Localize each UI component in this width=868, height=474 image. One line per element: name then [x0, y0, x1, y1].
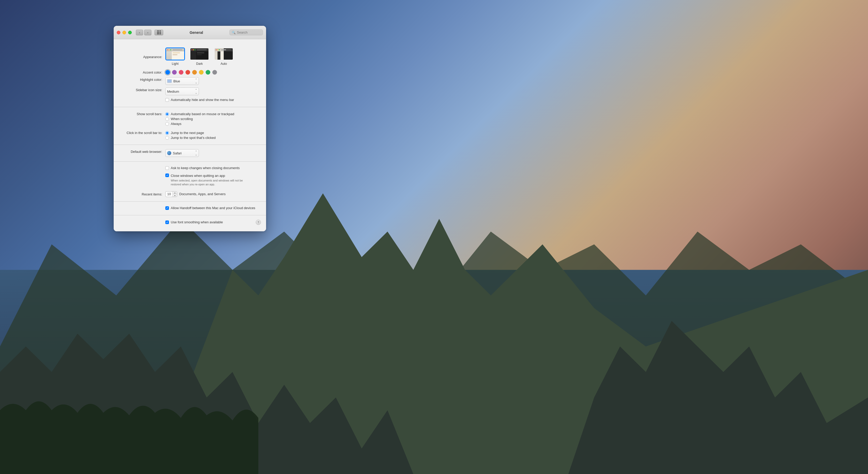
traffic-lights	[117, 31, 132, 34]
thumb-bar	[173, 49, 182, 50]
scroll-auto-option[interactable]: Automatically based on mouse or trackpad	[165, 111, 234, 116]
search-input[interactable]	[237, 30, 261, 34]
scroll-auto-label: Automatically based on mouse or trackpad	[171, 112, 234, 116]
all-prefs-button[interactable]	[154, 30, 163, 35]
thumb-bar2d	[197, 54, 202, 55]
ask-keep-label: Ask to keep changes when closing documen…	[171, 166, 240, 170]
accent-blue[interactable]	[165, 70, 170, 75]
close-windows-spacer	[119, 173, 165, 174]
scroll-scrolling-label: When scrolling	[171, 117, 193, 121]
sidebar-icon-size-row: Sidebar icon size: Medium ⌃⌄	[114, 86, 266, 97]
scroll-auto-radio[interactable]	[165, 112, 169, 116]
click-spot-label: Jump to the spot that's clicked	[171, 136, 216, 140]
click-spot-radio[interactable]	[165, 136, 169, 140]
maximize-button[interactable]	[128, 31, 132, 34]
close-windows-checkbox-wrap[interactable]: Close windows when quitting an app When …	[165, 173, 253, 187]
click-next-page-option[interactable]: Jump to the next page	[165, 130, 204, 135]
window-title: General	[165, 30, 227, 35]
help-button[interactable]: ?	[256, 220, 261, 225]
close-button[interactable]	[117, 31, 120, 34]
scroll-always-radio[interactable]	[165, 122, 169, 126]
font-smoothing-checkbox-wrap[interactable]: Use font smoothing when available	[165, 220, 223, 224]
chevron-down-icon-2: ⌃⌄	[195, 89, 197, 94]
appearance-dark[interactable]: Dark	[190, 47, 209, 66]
close-windows-row: Close windows when quitting an app When …	[114, 172, 266, 188]
search-bar[interactable]: 🔍	[229, 29, 263, 35]
thumb-bar1	[173, 52, 180, 54]
recent-items-suffix: Documents, Apps, and Servers	[179, 192, 225, 196]
accent-purple[interactable]	[172, 70, 177, 75]
appearance-auto[interactable]: Auto	[214, 47, 234, 66]
default-browser-dropdown[interactable]: Safari ⌃⌄	[165, 149, 199, 157]
allow-handoff-row: Allow Handoff between this Mac and your …	[114, 205, 266, 212]
thumb-dot-green-a	[219, 49, 220, 50]
accent-yellow[interactable]	[199, 70, 204, 75]
click-scroll-bar-row: Click in the scroll bar to: Jump to the …	[114, 129, 266, 141]
stepper-down[interactable]: ▼	[173, 194, 177, 197]
thumb-dot-yellow-a	[217, 49, 218, 50]
highlight-color-label: Highlight color:	[119, 77, 165, 81]
allow-handoff-spacer	[119, 206, 165, 207]
auto-hide-checkbox-wrap[interactable]: Automatically hide and show the menu bar	[165, 98, 234, 102]
chevron-down-icon: ⌃⌄	[195, 78, 197, 84]
font-smoothing-label: Use font smoothing when available	[171, 220, 223, 224]
thumb-main-light	[172, 52, 184, 60]
appearance-auto-label: Auto	[221, 62, 227, 66]
divider-1	[114, 107, 266, 107]
thumb-dot-green-d	[194, 49, 195, 50]
thumb-bar-a	[221, 49, 231, 50]
click-spot-option[interactable]: Jump to the spot that's clicked	[165, 135, 216, 140]
highlight-color-control: Blue ⌃⌄	[165, 77, 261, 85]
default-browser-value: Safari	[173, 151, 182, 155]
minimize-button[interactable]	[122, 31, 126, 34]
accent-color-row: Accent color:	[114, 69, 266, 76]
allow-handoff-checkbox-wrap[interactable]: Allow Handoff between this Mac and your …	[165, 206, 255, 210]
accent-red[interactable]	[185, 70, 190, 75]
allow-handoff-label: Allow Handoff between this Mac and your …	[171, 206, 255, 210]
stepper-buttons: ▲ ▼	[173, 191, 177, 197]
scroll-scrolling-option[interactable]: When scrolling	[165, 116, 193, 121]
allow-handoff-checkbox[interactable]	[165, 206, 169, 210]
sidebar-icon-size-dropdown[interactable]: Medium ⌃⌄	[165, 88, 199, 95]
font-smoothing-spacer	[119, 222, 165, 223]
appearance-light[interactable]: Light	[165, 47, 185, 66]
auto-hide-checkbox[interactable]	[165, 98, 169, 102]
divider-4	[114, 201, 266, 202]
appearance-row: Appearance:	[114, 44, 266, 69]
chevron-down-icon-3: ⌃⌄	[195, 150, 197, 156]
close-windows-checkbox[interactable]	[165, 173, 169, 177]
accent-orange[interactable]	[192, 70, 197, 75]
click-next-page-radio[interactable]	[165, 131, 169, 135]
appearance-light-thumb	[165, 47, 185, 60]
stepper-up[interactable]: ▲	[173, 191, 177, 194]
scroll-always-option[interactable]: Always	[165, 121, 181, 126]
thumb-content-dark	[190, 52, 209, 60]
default-browser-row: Default web browser: Safari ⌃⌄	[114, 148, 266, 158]
thumb-dot-red-d	[191, 49, 192, 50]
thumb-content-auto	[215, 52, 233, 60]
ask-keep-changes-row: Ask to keep changes when closing documen…	[114, 165, 266, 172]
scroll-always-label: Always	[171, 122, 181, 126]
thumb-bar1d	[197, 52, 204, 54]
grid-icon	[157, 30, 161, 34]
auto-hide-spacer	[119, 98, 165, 98]
accent-pink[interactable]	[179, 70, 183, 75]
accent-graphite[interactable]	[212, 70, 217, 75]
thumb-dot-yellow-d	[193, 49, 194, 50]
font-smoothing-row: Use font smoothing when available ?	[114, 218, 266, 226]
highlight-color-dropdown[interactable]: Blue ⌃⌄	[165, 77, 199, 85]
recent-items-stepper[interactable]: 10 ▲ ▼	[165, 191, 177, 197]
accent-green[interactable]	[206, 70, 210, 75]
ask-keep-checkbox-wrap[interactable]: Ask to keep changes when closing documen…	[165, 166, 240, 170]
close-windows-sublabel: When selected, open documents and window…	[171, 179, 253, 187]
back-button[interactable]: ‹	[136, 30, 143, 35]
appearance-options: Light	[165, 47, 234, 66]
ask-keep-checkbox[interactable]	[165, 166, 169, 170]
thumb-dot-green	[170, 49, 171, 50]
forward-button[interactable]: ›	[144, 30, 151, 35]
accent-colors	[165, 70, 217, 75]
font-smoothing-checkbox[interactable]	[165, 221, 169, 224]
scroll-scrolling-radio[interactable]	[165, 117, 169, 121]
recent-items-control: 10 ▲ ▼ Documents, Apps, and Servers	[165, 191, 261, 197]
highlight-color-preview	[167, 79, 172, 83]
